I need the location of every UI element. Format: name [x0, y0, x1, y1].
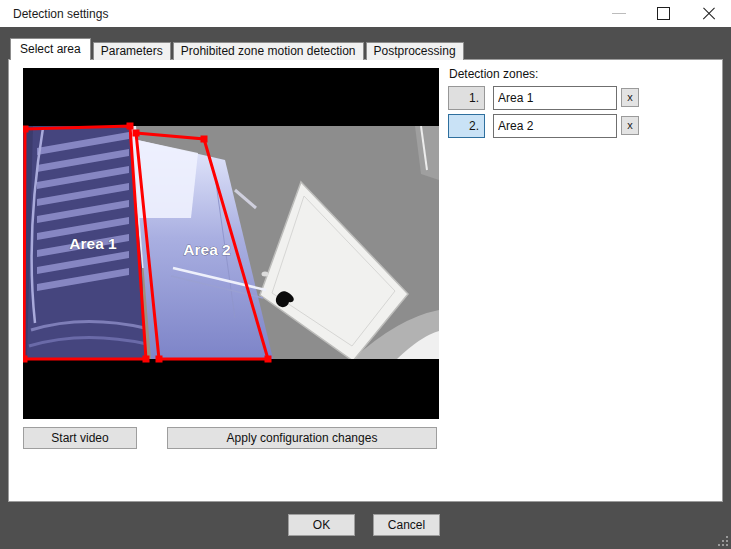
zone-handle[interactable]: [143, 356, 150, 363]
maximize-button[interactable]: [641, 0, 686, 27]
window-title: Detection settings: [13, 7, 108, 21]
start-video-button[interactable]: Start video: [23, 427, 137, 449]
cancel-button[interactable]: Cancel: [373, 514, 440, 536]
tab-parameters[interactable]: Parameters: [93, 42, 171, 60]
minimize-icon: [612, 13, 626, 14]
title-bar: Detection settings: [0, 0, 731, 27]
tab-prohibited-zone[interactable]: Prohibited zone motion detection: [173, 42, 364, 60]
zone-handle[interactable]: [23, 126, 29, 133]
zone-label-area1: Area 1: [69, 235, 117, 252]
zone-handle[interactable]: [265, 356, 272, 363]
apply-configuration-button[interactable]: Apply configuration changes: [167, 427, 437, 449]
detection-settings-dialog: { "window": { "title": "Detection settin…: [0, 0, 731, 549]
zone-2-remove-button[interactable]: x: [621, 116, 639, 135]
close-button[interactable]: [686, 0, 731, 27]
video-preview[interactable]: Area 1 Area 2: [23, 68, 439, 419]
zone-1-index-button[interactable]: 1.: [448, 86, 485, 110]
zone-handle[interactable]: [127, 123, 134, 130]
zone-2-index-button[interactable]: 2.: [448, 114, 485, 138]
detection-zones-label: Detection zones:: [449, 67, 538, 81]
zone-handle[interactable]: [201, 136, 208, 143]
tab-strip: Select area Parameters Prohibited zone m…: [10, 38, 466, 60]
zone-row-2: 2. x: [448, 114, 648, 138]
maximize-icon: [657, 7, 670, 20]
zone-handle[interactable]: [156, 356, 163, 363]
tab-postprocessing[interactable]: Postprocessing: [366, 42, 464, 60]
tab-select-area[interactable]: Select area: [10, 38, 91, 60]
minimize-button[interactable]: [596, 0, 641, 27]
ok-button[interactable]: OK: [288, 514, 355, 536]
select-area-tab-page: Area 1 Area 2 Detection zones: 1. x 2. x…: [8, 59, 723, 502]
zone-handle[interactable]: [23, 356, 28, 363]
zone-handle[interactable]: [133, 130, 140, 137]
zone-1-name-input[interactable]: [493, 86, 617, 110]
resize-grip[interactable]: [717, 535, 729, 547]
zone-label-area2: Area 2: [183, 241, 230, 258]
zone-1-remove-button[interactable]: x: [621, 88, 639, 107]
zone-row-1: 1. x: [448, 86, 648, 110]
zone-2-name-input[interactable]: [493, 114, 617, 138]
close-icon: [702, 7, 716, 21]
